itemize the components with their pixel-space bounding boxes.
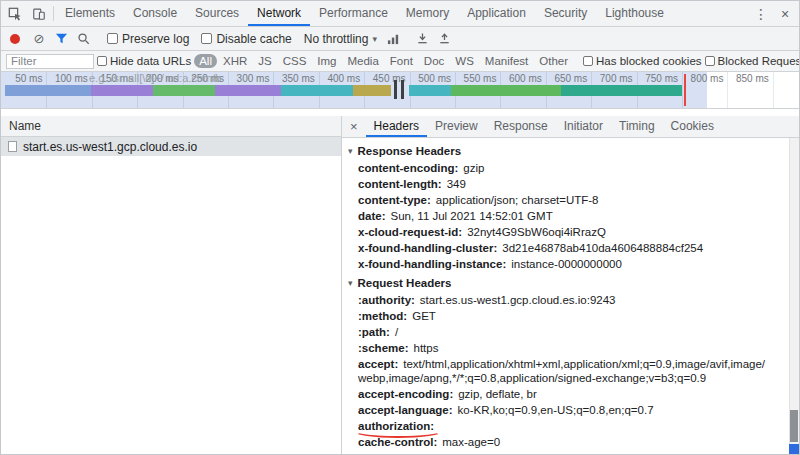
has-blocked-cookies-label: Has blocked cookies [596,55,701,67]
divider [53,6,54,21]
timeline-tick-label: 300 ms [225,73,269,84]
export-har-icon[interactable] [435,29,455,49]
filter-pill[interactable]: XHR [218,54,252,68]
search-icon[interactable] [73,29,93,49]
scrollbar-thumb[interactable] [790,410,798,442]
spacer [1,109,799,116]
filter-funnel-icon[interactable] [51,29,71,49]
has-blocked-cookies-checkbox[interactable]: Has blocked cookies [583,55,701,67]
main-tab[interactable]: Application [458,1,535,26]
main-tab[interactable]: Performance [310,1,397,26]
header-value: start.es.us-west1.gcp.cloud.es.io:9243 [420,294,616,306]
waterfall-segment [91,85,153,96]
main-tab[interactable]: Security [535,1,596,26]
import-har-icon[interactable] [413,29,433,49]
chevron-down-icon: ▾ [348,276,353,290]
main-tab[interactable]: Sources [186,1,248,26]
filter-pill[interactable]: JS [253,54,276,68]
header-value: text/html,application/xhtml+xml,applicat… [358,358,765,384]
main-tab-label: Sources [195,6,239,20]
waterfall-segment [409,85,451,96]
disable-cache-checkbox[interactable]: Disable cache [196,32,296,46]
timeline-overview[interactable]: e.g. /small[\d]+/ url:a.com/b 50 ms100 m… [1,72,799,109]
details-tab[interactable]: Cookies [663,116,722,137]
header-value: 32nyt4G9SbW6oqi4iRrazQ [467,226,606,238]
blocked-requests-checkbox[interactable]: Blocked Requests [705,55,800,67]
timeline-tick-label: 350 ms [271,73,315,84]
main-tab[interactable]: Network [248,1,310,26]
network-conditions-icon[interactable] [384,29,404,49]
details-tab[interactable]: Preview [427,116,486,137]
filter-pill-label: XHR [223,55,247,67]
header-name: sec-ch-ua: [358,451,416,454]
name-column-header[interactable]: Name [1,116,341,137]
timeline-tick-label: 600 ms [498,73,542,84]
details-tab[interactable]: Headers [366,116,427,137]
kebab-menu-icon[interactable]: ⋮ [749,7,773,21]
request-headers-section-title[interactable]: ▾ Request Headers [342,272,799,292]
filter-pill[interactable]: All [194,54,217,68]
hide-data-urls-checkbox[interactable]: Hide data URLs [97,55,191,67]
header-value: 349 [447,178,466,190]
main-tab[interactable]: Console [124,1,186,26]
request-type-filters: All XHR JS CSS Img Media Font Doc WS Man… [194,54,573,68]
main-tab-label: Security [544,6,587,20]
header-value: gzip, deflate, br [458,388,537,400]
headers-pane: ▾ Response Headers content-encoding:gzip… [342,138,799,454]
filter-pill[interactable]: CSS [278,54,312,68]
header-row: accept-language:ko-KR,ko;q=0.9,en-US;q=0… [342,402,799,418]
filter-pill-label: CSS [283,55,307,67]
timeline-tick-label: 450 ms [362,73,406,84]
header-row: x-found-handling-instance:instance-00000… [342,256,799,272]
device-toolbar-icon[interactable] [27,1,51,26]
inspect-element-icon[interactable] [3,1,27,26]
filter-pill[interactable]: Img [312,54,341,68]
details-tab[interactable]: Response [486,116,556,137]
filter-pill[interactable]: Media [343,54,384,68]
checkbox-box [97,56,107,66]
filter-pill[interactable]: Other [534,54,573,68]
preserve-log-label: Preserve log [122,32,189,46]
details-tab-label: Preview [435,119,478,133]
header-row: accept-encoding:gzip, deflate, br [342,386,799,402]
request-name: start.es.us-west1.gcp.cloud.es.io [23,140,197,154]
filter-pill-label: Media [348,55,379,67]
checkbox-box [201,33,212,44]
header-row: x-cloud-request-id:32nyt4G9SbW6oqi4iRraz… [342,224,799,240]
header-row: accept:text/html,application/xhtml+xml,a… [342,356,799,386]
filter-pill[interactable]: WS [450,54,479,68]
record-button[interactable] [10,34,20,44]
main-tab[interactable]: Elements [56,1,124,26]
timeline-marker [394,80,397,99]
header-row: x-found-handling-cluster:3d21e46878ab410… [342,240,799,256]
response-headers-section-title[interactable]: ▾ Response Headers [342,140,799,160]
throttling-value: No throttling [304,32,369,46]
timeline-tick-label: 500 ms [407,73,451,84]
details-tabs: Headers Preview Response Initiator Timin… [366,116,722,137]
request-details-panel: × Headers Preview Response Initiator Tim… [342,116,799,454]
close-details-icon[interactable]: × [342,116,366,137]
filter-pill[interactable]: Manifest [480,54,533,68]
clear-icon[interactable]: ⊘ [29,29,49,49]
timeline-tick-label: 50 ms [1,73,42,84]
preserve-log-checkbox[interactable]: Preserve log [102,32,194,46]
request-headers-list: :authority:start.es.us-west1.gcp.cloud.e… [342,292,799,454]
main-tab-label: Performance [319,6,388,20]
header-row: :authority:start.es.us-west1.gcp.cloud.e… [342,292,799,308]
main-tab[interactable]: Memory [397,1,458,26]
disable-cache-label: Disable cache [216,32,291,46]
close-icon[interactable]: × [773,7,797,21]
filter-pill[interactable]: Doc [419,54,449,68]
timeline-marker [401,80,404,99]
details-tab[interactable]: Initiator [556,116,611,137]
filter-input[interactable] [6,54,94,69]
filter-pill[interactable]: Font [385,54,418,68]
main-tab[interactable]: Lighthouse [596,1,673,26]
throttling-dropdown[interactable]: No throttling ▾ [299,32,382,46]
header-name: :authority: [358,293,415,307]
request-row[interactable]: start.es.us-west1.gcp.cloud.es.io [1,137,341,156]
vertical-scrollbar[interactable] [789,138,799,454]
timeline-tick-label: 100 ms [44,73,88,84]
details-tab[interactable]: Timing [611,116,663,137]
header-value: " Not;A Brand";v="99", "Google Chrome";v… [421,452,768,454]
